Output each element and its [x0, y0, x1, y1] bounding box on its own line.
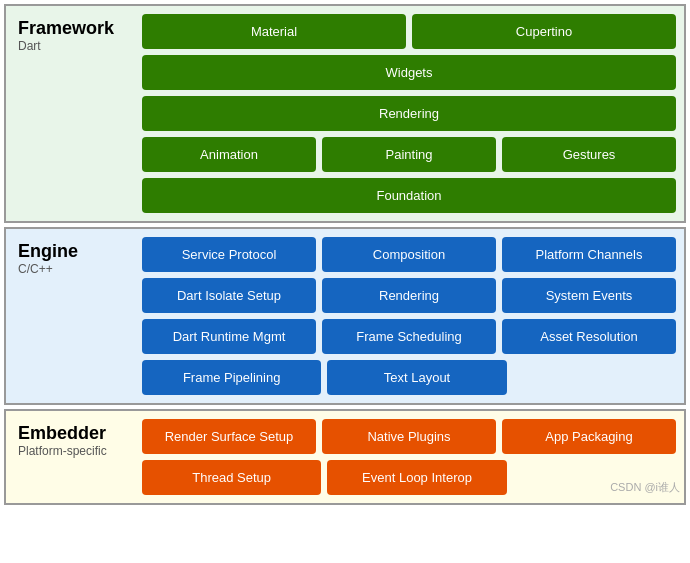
framework-foundation: Foundation	[142, 178, 676, 213]
framework-row-5: Foundation	[142, 178, 676, 213]
embedder-subtitle: Platform-specific	[18, 444, 130, 458]
app-container: Framework Dart Material Cupertino Widget…	[0, 4, 690, 505]
engine-row-3: Dart Runtime Mgmt Frame Scheduling Asset…	[142, 319, 676, 354]
engine-frame-pipelining: Frame Pipelining	[142, 360, 321, 395]
framework-cupertino: Cupertino	[412, 14, 676, 49]
framework-animation: Animation	[142, 137, 316, 172]
engine-label: Engine C/C++	[14, 237, 134, 280]
engine-frame-scheduling: Frame Scheduling	[322, 319, 496, 354]
watermark: CSDN @i谁人	[610, 480, 680, 495]
embedder-title: Embedder	[18, 423, 130, 444]
framework-layer: Framework Dart Material Cupertino Widget…	[4, 4, 686, 223]
framework-row-1: Material Cupertino	[142, 14, 676, 49]
framework-gestures: Gestures	[502, 137, 676, 172]
embedder-row-2: Thread Setup Event Loop Interop	[142, 460, 676, 495]
engine-composition: Composition	[322, 237, 496, 272]
embedder-render-surface-setup: Render Surface Setup	[142, 419, 316, 454]
engine-dart-runtime-mgmt: Dart Runtime Mgmt	[142, 319, 316, 354]
embedder-app-packaging: App Packaging	[502, 419, 676, 454]
framework-subtitle: Dart	[18, 39, 130, 53]
framework-rendering: Rendering	[142, 96, 676, 131]
embedder-row-1: Render Surface Setup Native Plugins App …	[142, 419, 676, 454]
framework-label: Framework Dart	[14, 14, 134, 57]
engine-asset-resolution: Asset Resolution	[502, 319, 676, 354]
engine-spacer	[513, 360, 676, 395]
engine-dart-isolate-setup: Dart Isolate Setup	[142, 278, 316, 313]
engine-text-layout: Text Layout	[327, 360, 506, 395]
framework-content: Material Cupertino Widgets Rendering Ani…	[142, 14, 676, 213]
framework-material: Material	[142, 14, 406, 49]
engine-title: Engine	[18, 241, 130, 262]
embedder-content: Render Surface Setup Native Plugins App …	[142, 419, 676, 495]
engine-system-events: System Events	[502, 278, 676, 313]
engine-layer: Engine C/C++ Service Protocol Compositio…	[4, 227, 686, 405]
engine-row-2: Dart Isolate Setup Rendering System Even…	[142, 278, 676, 313]
embedder-label: Embedder Platform-specific	[14, 419, 134, 462]
framework-row-4: Animation Painting Gestures	[142, 137, 676, 172]
engine-row-1: Service Protocol Composition Platform Ch…	[142, 237, 676, 272]
engine-row-4: Frame Pipelining Text Layout	[142, 360, 676, 395]
engine-subtitle: C/C++	[18, 262, 130, 276]
engine-service-protocol: Service Protocol	[142, 237, 316, 272]
embedder-event-loop-interop: Event Loop Interop	[327, 460, 506, 495]
framework-row-2: Widgets	[142, 55, 676, 90]
embedder-layer: Embedder Platform-specific Render Surfac…	[4, 409, 686, 505]
framework-row-3: Rendering	[142, 96, 676, 131]
framework-painting: Painting	[322, 137, 496, 172]
engine-rendering: Rendering	[322, 278, 496, 313]
engine-platform-channels: Platform Channels	[502, 237, 676, 272]
framework-title: Framework	[18, 18, 130, 39]
embedder-thread-setup: Thread Setup	[142, 460, 321, 495]
embedder-native-plugins: Native Plugins	[322, 419, 496, 454]
framework-widgets: Widgets	[142, 55, 676, 90]
engine-content: Service Protocol Composition Platform Ch…	[142, 237, 676, 395]
